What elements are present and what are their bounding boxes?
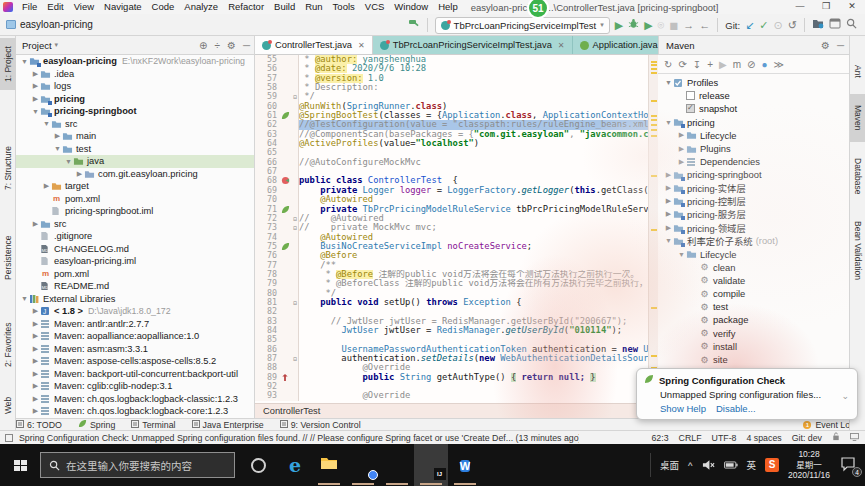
show-desktop-label[interactable]: 桌面 <box>660 458 679 472</box>
menu-item-navigate[interactable]: Navigate <box>99 1 147 12</box>
tree-arrow-icon[interactable]: ▶ <box>664 210 673 218</box>
taskbar-app-w-app[interactable]: W <box>448 444 482 486</box>
close-tab-icon[interactable]: ✕ <box>358 41 365 50</box>
tree-item-maven-ch-qos-logback-logback-classic-1-2-3[interactable]: ▶Maven: ch.qos.logback:logback-classic:1… <box>16 393 254 406</box>
tray-chevron-icon[interactable]: ^ <box>688 460 692 471</box>
status-utf-8[interactable]: UTF-8 <box>712 433 737 443</box>
tree-item-changelog-md[interactable]: MDCHANGELOG.md <box>16 243 254 256</box>
tree-arrow-icon[interactable]: ▼ <box>20 295 29 302</box>
tree-arrow-icon[interactable]: ▶ <box>31 95 40 103</box>
taskbar-app-edge[interactable]: e <box>278 444 312 486</box>
maven-refresh-icon[interactable]: ↻ <box>664 59 672 70</box>
maven-item-pricing-springboot[interactable]: ▶pricing-springboot <box>658 168 849 181</box>
menu-item-view[interactable]: View <box>69 1 99 12</box>
chevron-down-icon[interactable]: ⌄ <box>841 391 849 401</box>
maven-skip-tests-icon[interactable]: ⊘ <box>747 59 755 70</box>
toolwindow-button-spring[interactable]: Spring <box>78 419 115 430</box>
maven-item-install[interactable]: ⚙install <box>658 340 849 353</box>
maven-item-site[interactable]: ⚙site <box>658 353 849 366</box>
leaf-gutter-icon[interactable] <box>281 111 292 120</box>
maven-item-pricing-[interactable]: ▶pricing-服务层 <box>658 208 849 221</box>
tree-item--idea[interactable]: ▶.idea <box>16 68 254 81</box>
disable-link[interactable]: Disable... <box>716 403 756 414</box>
hide-icon[interactable]: ─ <box>837 40 844 51</box>
taskbar-clock[interactable]: 10:28 星期一 2020/11/16 <box>788 449 830 481</box>
profiler-icon[interactable]: ⌾ <box>658 15 665 35</box>
left-strip-2-favorites[interactable]: 2: Favorites <box>0 314 16 376</box>
tree-arrow-icon[interactable]: ▶ <box>53 132 62 140</box>
maven-item-release[interactable]: release <box>658 89 849 102</box>
tree-item-com-git-easyloan-pricing[interactable]: ▶com.git.easyloan.pricing <box>16 168 254 181</box>
fold-marker[interactable]: ⊟ <box>292 214 299 223</box>
tree-arrow-icon[interactable]: ▼ <box>677 251 686 258</box>
tree-arrow-icon[interactable]: ▶ <box>31 320 40 328</box>
maven-item-pricing-[interactable]: ▶pricing-控制层 <box>658 195 849 208</box>
tree-arrow-icon[interactable]: ▼ <box>64 158 73 165</box>
tree-arrow-icon[interactable]: ▶ <box>664 197 673 205</box>
tree-item-src[interactable]: ▼src <box>16 118 254 131</box>
taskbar-search-input[interactable]: 在这里输入你要搜索的内容 <box>40 452 235 478</box>
toolwindow-button-terminal[interactable]: Terminal <box>131 419 175 430</box>
tree-item-maven-ch-qos-logback-logback-core-1-2-3[interactable]: ▶Maven: ch.qos.logback:logback-core:1.2.… <box>16 405 254 418</box>
maven-item-package[interactable]: ⚙package <box>658 313 849 326</box>
maven-item-pricing-[interactable]: ▶pricing-领域层 <box>658 221 849 234</box>
menu-item-tools[interactable]: Tools <box>328 1 360 12</box>
toolwindow-toggle-icon[interactable] <box>5 434 13 442</box>
menu-item-analyze[interactable]: Analyze <box>179 1 223 12</box>
menu-item-refactor[interactable]: Refactor <box>223 1 269 12</box>
update-project-icon[interactable]: ↙ <box>745 15 754 35</box>
screen-reader-icon[interactable] <box>850 433 859 443</box>
status-message[interactable]: Spring Configuration Check: Unmapped Spr… <box>19 433 579 443</box>
commit-icon[interactable]: ✓ <box>759 15 768 35</box>
toolwindow-button-java-enterprise[interactable]: Java Enterprise <box>192 419 264 430</box>
tree-item-external-libraries[interactable]: ▼External Libraries <box>16 293 254 306</box>
maven-item-test[interactable]: ⚙test <box>658 300 849 313</box>
tree-arrow-icon[interactable]: ▶ <box>31 307 40 315</box>
maven-item-lifecycle[interactable]: ▶Lifecycle <box>658 129 849 142</box>
right-strip-ant[interactable]: Ant <box>850 56 865 86</box>
tree-item-maven-cglib-cglib-nodep-3-1[interactable]: ▶Maven: cglib:cglib-nodep:3.1 <box>16 380 254 393</box>
tab-controllertest-java[interactable]: ControllerTest.java✕ <box>255 36 373 54</box>
tree-item-test[interactable]: ▼test <box>16 143 254 156</box>
checkbox-snapshot[interactable] <box>686 104 695 113</box>
tree-arrow-icon[interactable]: ▶ <box>31 407 40 415</box>
back-arrow-icon[interactable]: ← <box>699 15 710 35</box>
leaf-gutter-icon[interactable] <box>281 205 292 214</box>
tree-item-main[interactable]: ▶main <box>16 130 254 143</box>
status-git-dev[interactable]: Git: dev <box>792 433 822 443</box>
forward-arrow-icon[interactable]: → <box>683 15 694 35</box>
editor-scrollbar[interactable] <box>648 55 658 403</box>
rollback-icon[interactable]: ↺ <box>788 15 797 35</box>
tree-item-logs[interactable]: ▶logs <box>16 80 254 93</box>
event-log-button[interactable]: 1 Event Log <box>803 420 855 430</box>
maven-item-plugins[interactable]: ▶Plugins <box>658 142 849 155</box>
tree-item-readme-md[interactable]: MDREADME.md <box>16 280 254 293</box>
status-62-3[interactable]: 62:3 <box>651 433 668 443</box>
maven-item-pricing-[interactable]: ▶pricing-实体层 <box>658 182 849 195</box>
fold-marker[interactable]: ⊟ <box>292 223 299 232</box>
tree-arrow-icon[interactable]: ▶ <box>31 345 40 353</box>
tree-item-java[interactable]: ▼java <box>16 155 254 168</box>
maven-item-verify[interactable]: ⚙verify <box>658 327 849 340</box>
tree-arrow-icon[interactable]: ▶ <box>677 145 686 153</box>
right-strip-database[interactable]: Database <box>850 148 865 204</box>
tree-item-pricing-springboot[interactable]: ▼pricing-springboot <box>16 105 254 118</box>
maven-item-pricing[interactable]: ▼pricing <box>658 116 849 129</box>
menu-item-window[interactable]: Window <box>389 1 433 12</box>
right-strip-maven[interactable]: Maven <box>850 94 865 142</box>
tree-arrow-icon[interactable]: ▶ <box>31 332 40 340</box>
menu-item-code[interactable]: Code <box>147 1 180 12</box>
sogou-input-icon[interactable]: S <box>765 458 779 472</box>
input-language-indicator[interactable]: 英 <box>747 458 757 472</box>
toolwindow-button-6-todo[interactable]: 6: TODO <box>16 419 62 430</box>
volume-muted-icon[interactable] <box>702 459 715 471</box>
maven-item-snapshot[interactable]: snapshot <box>658 102 849 115</box>
terminal-window-icon[interactable] <box>829 15 841 35</box>
tree-item-pricing[interactable]: ▶pricing <box>16 93 254 106</box>
menu-item-build[interactable]: Build <box>269 1 300 12</box>
close-tab-icon[interactable]: ✕ <box>558 41 565 50</box>
tree-arrow-icon[interactable]: ▼ <box>664 119 673 126</box>
maven-add-icon[interactable]: + <box>707 59 713 70</box>
class-gutter-icon[interactable] <box>281 176 292 185</box>
maven-profiles-icon[interactable]: ● <box>761 59 767 70</box>
